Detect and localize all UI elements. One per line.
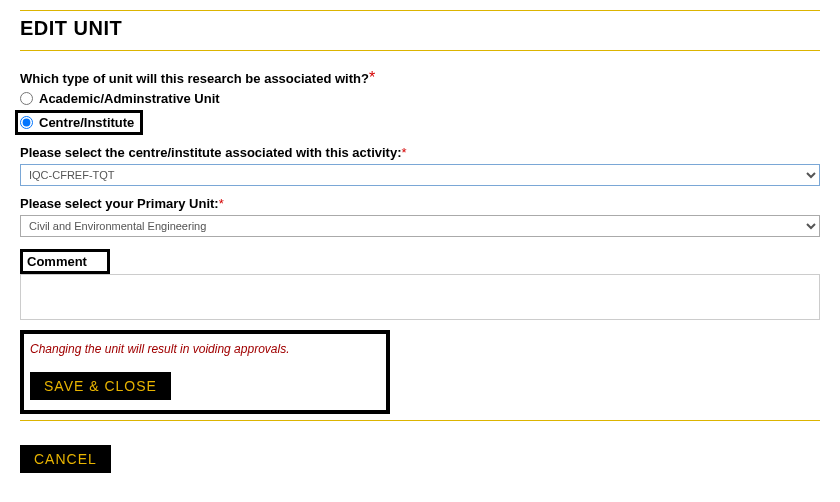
radio-academic-label: Academic/Adminstrative Unit <box>39 91 220 106</box>
bottom-rule <box>20 420 820 421</box>
radio-academic[interactable] <box>20 92 33 105</box>
comment-label: Comment <box>20 249 110 274</box>
centre-institute-required: * <box>401 145 406 160</box>
comment-textarea[interactable] <box>20 274 820 320</box>
primary-unit-label: Please select your Primary Unit: <box>20 196 219 211</box>
top-rule <box>20 10 820 11</box>
centre-institute-label-row: Please select the centre/institute assoc… <box>20 145 820 160</box>
primary-unit-select[interactable]: Civil and Environmental Engineering <box>20 215 820 237</box>
comment-field: Comment <box>20 237 820 324</box>
radio-centre-highlight: Centre/Institute <box>15 110 143 135</box>
centre-institute-select[interactable]: IQC-CFREF-TQT <box>20 164 820 186</box>
primary-unit-field: Please select your Primary Unit:* Civil … <box>20 196 820 237</box>
radio-academic-row: Academic/Adminstrative Unit <box>20 91 820 106</box>
centre-institute-field: Please select the centre/institute assoc… <box>20 145 820 186</box>
centre-institute-label: Please select the centre/institute assoc… <box>20 145 401 160</box>
primary-unit-required: * <box>219 196 224 211</box>
radio-centre[interactable] <box>20 116 33 129</box>
radio-centre-label: Centre/Institute <box>39 115 134 130</box>
unit-type-question: Which type of unit will this research be… <box>20 69 820 135</box>
save-close-button[interactable]: SAVE & CLOSE <box>30 372 171 400</box>
page-title: EDIT UNIT <box>20 17 820 40</box>
unit-type-required: * <box>369 69 375 86</box>
unit-type-label: Which type of unit will this research be… <box>20 71 369 86</box>
radio-centre-row: Centre/Institute <box>20 110 820 135</box>
heading-rule <box>20 50 820 51</box>
primary-unit-label-row: Please select your Primary Unit:* <box>20 196 820 211</box>
warning-text: Changing the unit will result in voiding… <box>30 342 376 356</box>
cancel-button[interactable]: CANCEL <box>20 445 111 473</box>
warning-and-save-block: Changing the unit will result in voiding… <box>20 330 390 414</box>
